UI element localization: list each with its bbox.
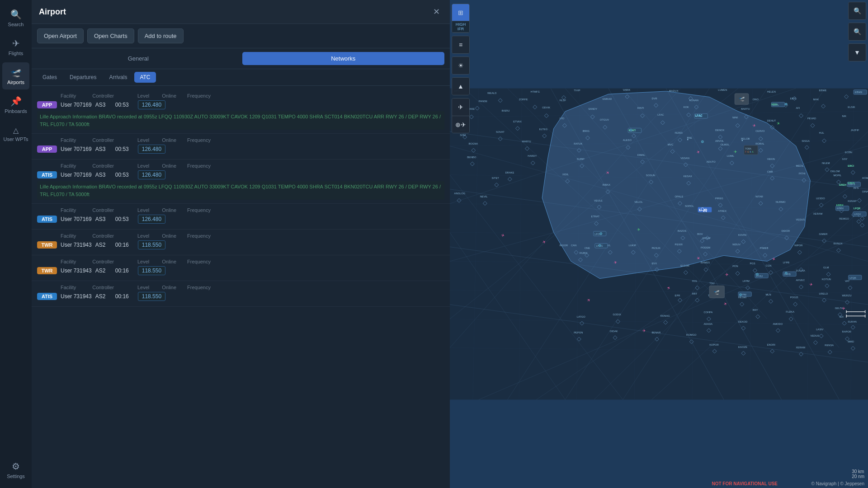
svg-text:XERAM: XERAM	[796, 346, 806, 349]
svg-text:BOV: BOV	[697, 233, 703, 235]
sidebar-item-settings[interactable]: ⚙ Settings	[2, 456, 29, 483]
svg-text:ANGLOG: ANGLOG	[454, 192, 466, 195]
add-to-route-button[interactable]: Add to route	[138, 28, 184, 43]
flights-icon: ✈	[12, 38, 20, 49]
map-search2-right-button[interactable]: 🔍	[849, 23, 866, 40]
svg-text:HOL: HOL	[692, 280, 698, 282]
close-button[interactable]: ✕	[430, 5, 443, 18]
map-weather-button[interactable]: ☀	[452, 57, 469, 74]
userwpts-icon: △	[13, 126, 19, 135]
svg-text:PODEM: PODEM	[701, 246, 710, 249]
svg-text:CMB: CMB	[767, 170, 773, 173]
subtab-departures[interactable]: Departures	[64, 72, 102, 83]
svg-text:VEULE: VEULE	[594, 199, 603, 202]
map-flight2-button[interactable]: ⊕✈	[452, 116, 469, 133]
svg-text:POGZI: POGZI	[790, 296, 798, 299]
atis-text: Lille Approach Information BRAVO recorde…	[37, 181, 444, 200]
svg-text:VESAN: VESAN	[680, 157, 689, 160]
svg-point-421	[599, 244, 601, 247]
atc-badge: TWR	[37, 267, 57, 274]
atc-entry: FacilityControllerLevelOnlineFrequencyAT…	[32, 204, 450, 230]
svg-text:KOPOR: KOPOR	[709, 343, 719, 346]
svg-text:BNE: BNE	[687, 136, 692, 139]
svg-text:EBEH: EBEH	[839, 183, 846, 186]
atc-entry: FacilityControllerLevelOnlineFrequencyAT…	[32, 160, 450, 204]
sidebar-item-userwpts[interactable]: △ User WPTs	[2, 120, 29, 147]
tab-general[interactable]: General	[37, 52, 240, 65]
svg-text:COHPA: COHPA	[703, 311, 712, 314]
svg-point-417	[742, 140, 743, 141]
svg-text:🛫: 🛫	[713, 289, 720, 295]
tab-networks[interactable]: Networks	[242, 52, 445, 65]
svg-text:PESUK: PESUK	[652, 247, 661, 249]
sidebar-item-airports[interactable]: 🛫 Airports	[2, 62, 29, 89]
panel-header: Airport ✕	[32, 0, 450, 24]
svg-text:ETVAX: ETVAX	[513, 120, 522, 123]
atc-entry: FacilityControllerLevelOnlineFrequencyTW…	[32, 230, 450, 255]
map-container[interactable]: EPH WEALD HTMFG TIVIP VABIK MADUX LUMEN …	[450, 0, 868, 488]
open-airport-button[interactable]: Open Airport	[37, 28, 84, 43]
frequency-button[interactable]: 126.480	[138, 145, 165, 154]
online-value: 00:53	[115, 216, 134, 222]
svg-text:ELCOB: ELCOB	[680, 264, 689, 267]
svg-text:O: O	[747, 151, 749, 153]
svg-text:BIBAX: BIBAX	[603, 183, 610, 186]
svg-text:ELSIK: ELSIK	[848, 106, 855, 108]
map-grid-button[interactable]: ⊞	[452, 4, 469, 21]
frequency-button[interactable]: 126.480	[138, 170, 165, 179]
svg-text:VEDUS: VEDUS	[796, 218, 805, 221]
map-north-button[interactable]: ▲	[452, 78, 469, 95]
svg-text:LFQK: LFQK	[854, 207, 861, 210]
sidebar-item-search[interactable]: 🔍 Search	[2, 5, 29, 32]
svg-text:WAFFU: WAFFU	[522, 140, 531, 143]
svg-point-425	[701, 141, 703, 143]
svg-text:VEDUS: VEDUS	[810, 334, 819, 337]
svg-text:VEKIN: VEKIN	[767, 158, 775, 160]
svg-text:T: T	[745, 151, 746, 153]
svg-text:SUBIP: SUBIP	[577, 158, 585, 160]
svg-text:WEALD: WEALD	[487, 92, 496, 94]
sidebar-item-pinboards[interactable]: 📌 Pinboards	[2, 91, 29, 118]
svg-text:LFAC: LFAC	[657, 113, 664, 116]
atc-row: TWRUser 731943AS200:16118.550	[37, 266, 444, 275]
frequency-button[interactable]: 126.480	[138, 215, 165, 224]
frequency-button[interactable]: 118.550	[138, 292, 165, 301]
svg-text:BRY: BRY	[753, 309, 758, 311]
svg-text:BENBO: BENBO	[467, 156, 476, 159]
svg-text:KENAP: KENAP	[848, 200, 857, 203]
level-value: AS2	[95, 267, 112, 274]
map-flight-button[interactable]: ✈	[452, 99, 469, 116]
settings-icon: ⚙	[12, 461, 20, 472]
svg-point-422	[739, 294, 741, 296]
nav-strip: 🔍 Search ✈ Flights 🛫 Airports 📌 Pinboard…	[0, 0, 32, 488]
svg-text:AFI: AFI	[796, 107, 800, 109]
controller-name: User 707169	[61, 172, 92, 178]
map-search-right-button[interactable]: 🔍	[849, 2, 866, 19]
frequency-button[interactable]: 118.550	[138, 240, 165, 249]
sidebar-item-flights[interactable]: ✈ Flights	[2, 33, 29, 61]
level-value: AS3	[95, 102, 112, 108]
subtab-atc[interactable]: ATC	[134, 72, 156, 83]
svg-text:NIDUV: NIDUV	[732, 243, 741, 246]
map-layers-button[interactable]: ≡	[452, 36, 469, 53]
svg-text:GLM: GLM	[823, 266, 829, 269]
map-chevron-button[interactable]: ▼	[849, 44, 866, 61]
svg-text:ATREX: ATREX	[718, 210, 726, 212]
atc-entry: FacilityControllerLevelOnlineFrequencyAP…	[32, 134, 450, 160]
svg-text:RANUX: RANUX	[833, 242, 842, 245]
svg-text:ROBAL: ROBAL	[755, 142, 764, 145]
frequency-button[interactable]: 118.550	[138, 266, 165, 275]
main-layout: 🔍 Search ✈ Flights 🛫 Airports 📌 Pinboard…	[0, 0, 868, 488]
subtab-gates[interactable]: Gates	[37, 72, 62, 83]
svg-text:URELO: URELO	[819, 292, 828, 295]
high-ifr-badge: HIGHIFR	[452, 21, 469, 33]
subtab-arrivals[interactable]: Arrivals	[104, 72, 132, 83]
frequency-button[interactable]: 126.480	[138, 100, 165, 109]
svg-text:PEVAD: PEVAD	[807, 117, 816, 120]
svg-text:BARTU: BARTU	[741, 108, 750, 110]
svg-text:DENOX: DENOX	[715, 129, 725, 131]
svg-text:ODVIK: ODVIK	[542, 106, 550, 109]
open-charts-button[interactable]: Open Charts	[87, 28, 134, 43]
nav-pinboards-label: Pinboards	[5, 108, 27, 114]
scale-nm: 20 nm	[852, 474, 864, 479]
